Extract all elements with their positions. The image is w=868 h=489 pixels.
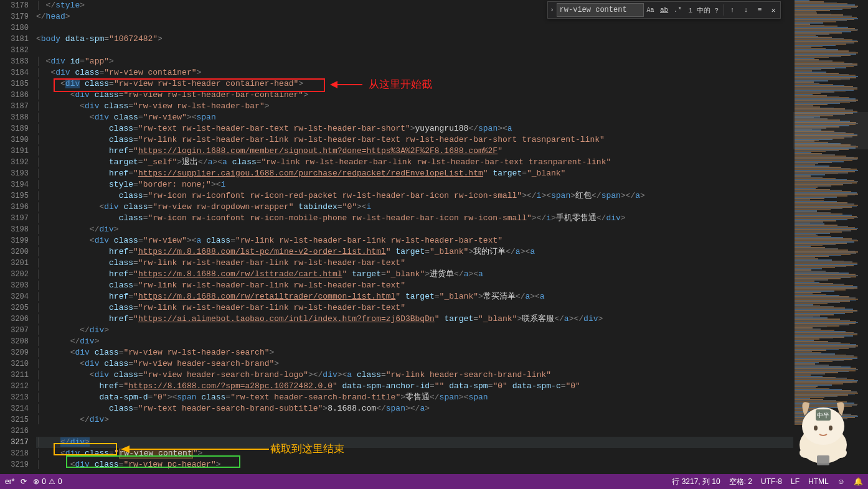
- status-bar: er* ⟳ ⊗0 ⚠0 行 3217, 列 10 空格: 2 UTF-8 LF …: [0, 474, 868, 489]
- find-prev-icon[interactable]: ↑: [725, 3, 739, 17]
- find-selection-icon[interactable]: ≡: [753, 3, 767, 17]
- notification-icon[interactable]: 🔔: [854, 477, 863, 486]
- find-count: 1 中的 ?: [685, 6, 722, 15]
- status-problems[interactable]: ⊗0 ⚠0: [33, 477, 62, 486]
- error-icon: ⊗: [33, 477, 39, 486]
- find-next-icon[interactable]: ↓: [739, 3, 753, 17]
- find-widget[interactable]: › Aa ab .* 1 中的 ? ↑ ↓ ≡ ✕: [547, 1, 781, 19]
- svg-point-7: [829, 426, 833, 431]
- status-indent[interactable]: 空格: 2: [729, 477, 752, 487]
- line-number-gutter[interactable]: 3178317931803181318231833184318531863187…: [0, 0, 36, 474]
- warning-icon: ⚠: [49, 477, 55, 486]
- svg-point-10: [800, 448, 812, 458]
- svg-text:中半: 中半: [817, 412, 829, 419]
- svg-point-11: [834, 448, 847, 458]
- status-filename[interactable]: er*: [5, 477, 14, 486]
- code-editor[interactable]: │ </style></head><body data-spm="1067248…: [36, 0, 793, 474]
- status-language[interactable]: HTML: [808, 477, 829, 486]
- svg-rect-12: [817, 455, 829, 465]
- status-encoding[interactable]: UTF-8: [761, 477, 782, 486]
- regex-icon[interactable]: .*: [671, 3, 685, 17]
- minimap-viewport[interactable]: [793, 112, 868, 149]
- feedback-icon[interactable]: ☺: [837, 477, 845, 486]
- match-word-icon[interactable]: ab: [658, 3, 671, 17]
- find-expand-toggle[interactable]: ›: [548, 2, 557, 18]
- svg-point-6: [814, 426, 818, 431]
- status-line-col[interactable]: 行 3217, 列 10: [672, 477, 720, 487]
- status-eol[interactable]: LF: [791, 477, 800, 486]
- status-sync-icon[interactable]: ⟳: [21, 477, 27, 486]
- assistant-avatar[interactable]: 中半: [780, 386, 867, 473]
- find-input[interactable]: [557, 3, 644, 17]
- close-icon[interactable]: ✕: [767, 3, 780, 17]
- match-case-icon[interactable]: Aa: [644, 3, 658, 17]
